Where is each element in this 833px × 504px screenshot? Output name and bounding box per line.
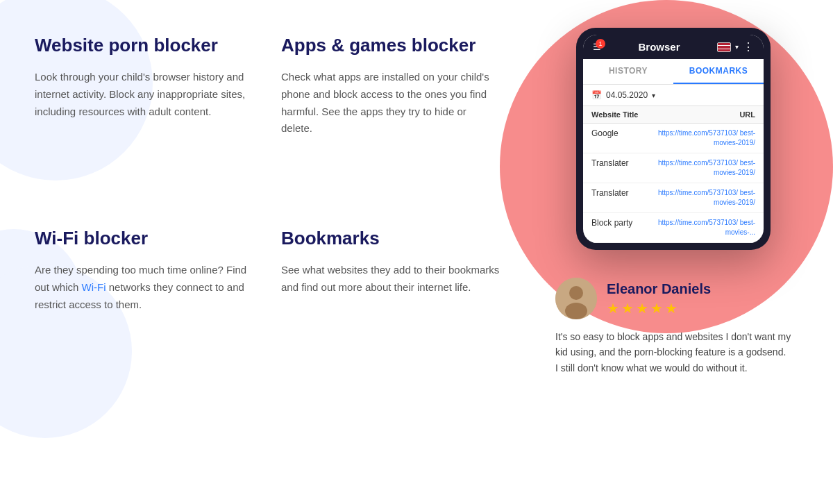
site-name: Translater [591,158,647,168]
date-dropdown-icon: ▾ [652,92,655,99]
site-url: https://time.com/5737103/ best-movies-..… [647,218,755,237]
svg-point-1 [569,286,583,300]
date-row: 📅 04.05.2020 ▾ [583,85,764,106]
site-url: https://time.com/5737103/ best-movies-20… [647,128,755,148]
review-text: It's so easy to block apps and websites … [555,329,791,376]
svg-point-2 [565,303,587,319]
phone-status-bar: ☰ 1 Browser ▾ ⋮ [583,35,764,59]
site-name: Google [591,128,647,138]
browser-tabs: HISTORY BOOKMARKS [583,59,764,85]
feature-desc-bookmarks: See what websites they add to their book… [281,262,500,296]
feature-card-bookmarks: Bookmarks See what websites they add to … [274,214,521,389]
more-options-icon: ⋮ [743,40,754,53]
tab-history[interactable]: HISTORY [583,59,673,84]
feature-card-website-porn-blocker: Website porn blocker Look through your c… [28,21,274,214]
menu-icon: ☰ 1 [593,42,601,52]
star-4: ★ [650,300,663,317]
feature-desc-apps-games-blocker: Check what apps are installed on your ch… [281,69,500,137]
feature-title-apps-games-blocker: Apps & games blocker [281,35,500,56]
reviewer-name: Eleanor Daniels [607,281,711,297]
calendar-icon: 📅 [591,90,602,100]
dropdown-arrow-icon: ▾ [735,43,739,51]
reviewer-info: Eleanor Daniels ★ ★ ★ ★ ★ [607,281,711,317]
table-header: Website Title URL [583,106,764,124]
feature-title-website-porn-blocker: Website porn blocker [35,35,253,56]
star-rating: ★ ★ ★ ★ ★ [607,300,711,317]
table-row: Block party https://time.com/5737103/ be… [583,213,764,243]
phone-screen: ☰ 1 Browser ▾ ⋮ HISTORY [583,35,764,243]
browser-title: Browser [638,41,680,53]
reviewer-avatar [555,278,597,319]
table-row: Translater https://time.com/5737103/ bes… [583,153,764,183]
feature-card-apps-games-blocker: Apps & games blocker Check what apps are… [274,21,521,214]
star-5: ★ [665,300,678,317]
right-panel: ☰ 1 Browser ▾ ⋮ HISTORY [521,21,805,389]
wifi-link[interactable]: Wi-Fi [82,281,106,293]
table-row: Google https://time.com/5737103/ best-mo… [583,124,764,153]
col-header-url: URL [739,110,755,119]
star-1: ★ [607,300,619,317]
feature-card-wifi-blocker: Wi-Fi blocker Are they spending too much… [28,214,274,389]
site-url: https://time.com/5737103/ best-movies-20… [647,158,755,178]
table-row: Translater https://time.com/5737103/ bes… [583,183,764,213]
feature-title-bookmarks: Bookmarks [281,228,500,249]
feature-desc-wifi-blocker: Are they spending too much time online? … [35,262,253,313]
site-name: Translater [591,188,647,198]
flag-icon [717,42,731,52]
date-value: 04.05.2020 [606,90,648,100]
star-3: ★ [636,300,648,317]
review-section: Eleanor Daniels ★ ★ ★ ★ ★ It's so easy t… [541,264,805,389]
avatar-image [555,278,597,319]
col-header-title: Website Title [591,110,638,119]
feature-desc-website-porn-blocker: Look through your child's browser histor… [35,69,253,120]
phone-action-icons: ▾ ⋮ [717,40,754,53]
site-url: https://time.com/5737103/ best-movies-20… [647,188,755,208]
star-2: ★ [621,300,634,317]
site-name: Block party [591,218,647,228]
tab-bookmarks[interactable]: BOOKMARKS [673,59,764,84]
notification-badge: 1 [596,39,605,49]
feature-title-wifi-blocker: Wi-Fi blocker [35,228,253,249]
reviewer-header: Eleanor Daniels ★ ★ ★ ★ ★ [555,278,791,319]
phone-mockup: ☰ 1 Browser ▾ ⋮ HISTORY [576,28,771,250]
